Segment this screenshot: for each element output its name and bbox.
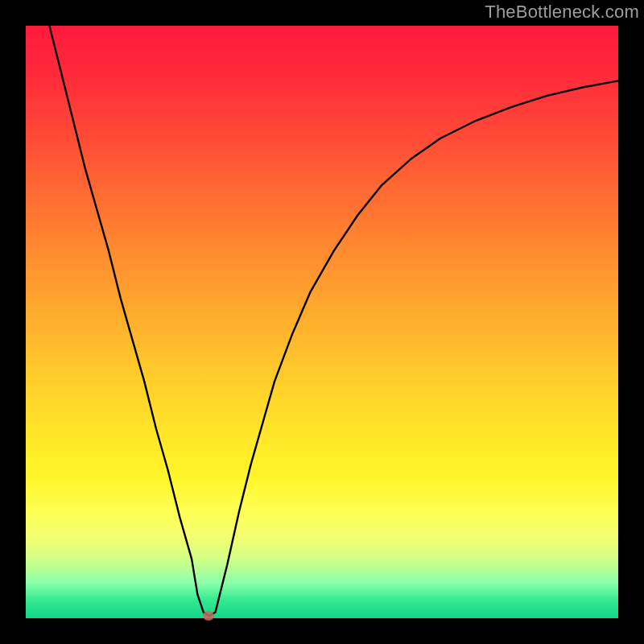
chart-frame: TheBottleneck.com bbox=[0, 0, 644, 644]
watermark-text: TheBottleneck.com bbox=[485, 2, 639, 23]
minimum-marker bbox=[203, 611, 214, 621]
bottleneck-curve bbox=[26, 26, 618, 618]
plot-area bbox=[26, 26, 618, 618]
